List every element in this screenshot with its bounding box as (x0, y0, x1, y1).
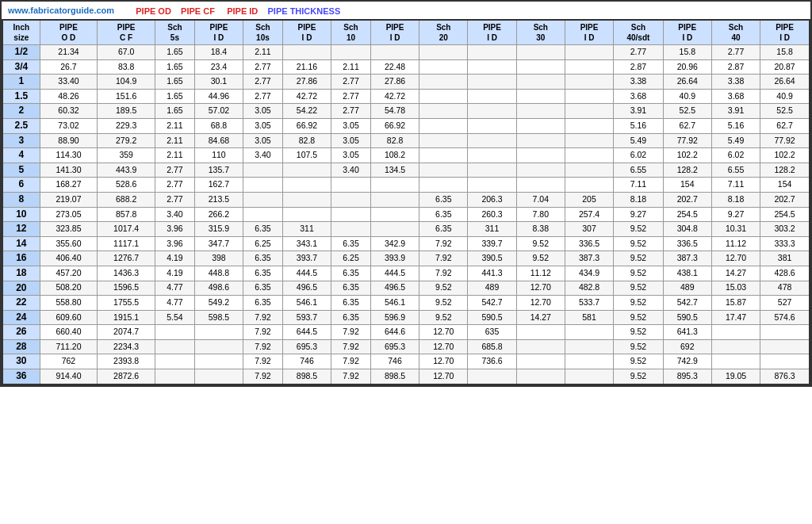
table-cell (565, 118, 613, 133)
table-cell: 6.35 (419, 192, 468, 207)
table-row: 388.90279.22.1184.683.0582.83.0582.85.49… (2, 133, 810, 148)
col-header-sch20: Sch20 (419, 20, 468, 45)
table-cell: 266.2 (194, 207, 243, 222)
table-cell: 15.8 (760, 45, 810, 60)
table-cell: 10.31 (711, 222, 760, 237)
table-cell (565, 133, 613, 148)
table-cell: 84.68 (194, 133, 243, 148)
table-cell: 496.5 (370, 281, 419, 296)
table-cell: 279.2 (98, 133, 155, 148)
table-cell (419, 163, 468, 178)
table-cell: 9.52 (614, 296, 663, 311)
table-cell: 387.3 (565, 251, 613, 266)
table-cell (711, 354, 760, 369)
table-cell: 16 (2, 251, 40, 266)
table-cell: 406.40 (40, 251, 98, 266)
table-cell: 6.35 (419, 207, 468, 222)
table-cell: 12.70 (419, 339, 468, 354)
table-cell: 54.22 (282, 104, 331, 119)
table-cell: 1 (2, 75, 40, 90)
table-cell: 2.77 (331, 75, 371, 90)
table-cell: 359 (98, 148, 155, 163)
table-cell: 6.02 (614, 148, 663, 163)
table-cell: 5.49 (614, 133, 663, 148)
table-cell: 20 (2, 281, 40, 296)
table-cell (419, 148, 468, 163)
label-od: PIPE OD (136, 6, 171, 16)
table-cell: 2 (2, 104, 40, 119)
table-cell (565, 339, 613, 354)
table-cell (419, 75, 468, 90)
table-cell: 254.5 (663, 207, 711, 222)
table-cell: 30 (2, 354, 40, 369)
table-row: 12323.851017.43.96315.96.353116.353118.3… (2, 222, 810, 237)
table-cell (370, 178, 419, 193)
col-header-inch: Inchsize (2, 20, 40, 45)
table-cell: 644.5 (282, 325, 331, 340)
table-cell (282, 178, 331, 193)
table-cell: 108.2 (370, 148, 419, 163)
table-cell (282, 207, 331, 222)
table-cell (282, 45, 331, 60)
table-cell (331, 192, 371, 207)
table-cell: 6.35 (243, 296, 283, 311)
table-cell: 7.92 (419, 251, 468, 266)
table-cell (282, 163, 331, 178)
table-cell: 10 (2, 207, 40, 222)
table-body: 1/221.3467.01.6518.42.112.7715.82.7715.8… (2, 45, 810, 384)
table-cell: 154 (760, 178, 810, 193)
table-cell: 52.5 (760, 104, 810, 119)
table-cell: 3.40 (155, 207, 194, 222)
table-cell: 7.92 (331, 325, 371, 340)
table-cell (331, 45, 371, 60)
table-cell: 2872.6 (98, 369, 155, 384)
table-cell (370, 45, 419, 60)
website-link[interactable]: www.fabricatorguide.com (8, 6, 114, 15)
table-cell: 3.96 (155, 222, 194, 237)
table-cell: 333.3 (760, 236, 810, 251)
table-cell: 444.5 (282, 266, 331, 281)
table-cell: 533.7 (565, 296, 613, 311)
table-cell: 12.70 (419, 369, 468, 384)
table-cell: 7.11 (711, 178, 760, 193)
table-cell: 695.3 (370, 339, 419, 354)
table-cell: 9.52 (419, 296, 468, 311)
table-cell: 4.19 (155, 251, 194, 266)
table-cell: 323.85 (40, 222, 98, 237)
table-cell (468, 148, 516, 163)
table-cell: 219.07 (40, 192, 98, 207)
table-cell: 2.11 (155, 148, 194, 163)
table-cell: 2234.3 (98, 339, 155, 354)
table-cell: 6 (2, 178, 40, 193)
table-cell: 77.92 (663, 133, 711, 148)
table-cell: 1596.5 (98, 281, 155, 296)
table-cell: 26.64 (663, 75, 711, 90)
table-cell: 2.77 (331, 89, 371, 104)
table-cell: 2.11 (331, 59, 371, 75)
table-cell: 23.4 (194, 59, 243, 75)
table-cell: 15.87 (711, 296, 760, 311)
table-cell: 6.55 (711, 163, 760, 178)
table-cell: 22.48 (370, 59, 419, 75)
table-cell: 40.9 (760, 89, 810, 104)
table-cell: 546.1 (370, 296, 419, 311)
table-row: 14355.601117.13.96347.76.25343.16.35342.… (2, 236, 810, 251)
table-cell: 229.3 (98, 118, 155, 133)
table-cell: 114.30 (40, 148, 98, 163)
table-cell: 26.7 (40, 59, 98, 75)
table-cell: 21.34 (40, 45, 98, 60)
table-cell: 2.77 (711, 45, 760, 60)
table-cell: 5.49 (711, 133, 760, 148)
table-row: 3/426.783.81.6523.42.7721.162.1122.482.8… (2, 59, 810, 75)
table-cell: 1755.5 (98, 296, 155, 311)
table-cell (565, 59, 613, 75)
table-cell: 304.8 (663, 222, 711, 237)
table-cell (516, 354, 565, 369)
table-cell: 736.6 (468, 354, 516, 369)
table-cell: 857.8 (98, 207, 155, 222)
table-cell: 1.65 (155, 104, 194, 119)
table-cell (565, 354, 613, 369)
table-cell (516, 178, 565, 193)
table-cell: 205 (565, 192, 613, 207)
table-cell (243, 178, 283, 193)
